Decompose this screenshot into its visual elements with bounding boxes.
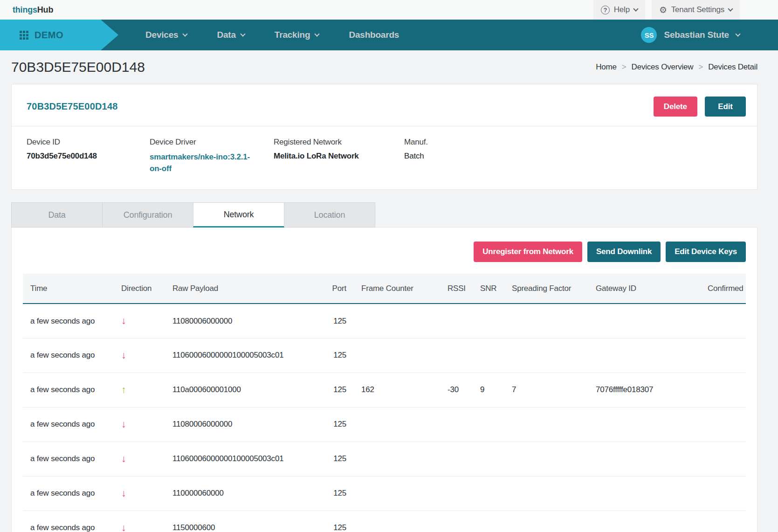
cell-spreading-factor (504, 407, 588, 442)
field-label: Registered Network (274, 138, 404, 147)
down-arrow-icon: ↓ (121, 315, 126, 326)
edit-device-keys-button[interactable]: Edit Device Keys (666, 242, 746, 262)
cell-frame-counter (354, 476, 440, 511)
cell-time: a few seconds ago (23, 338, 114, 373)
tab-network[interactable]: Network (193, 202, 284, 228)
chevron-down-icon (183, 31, 188, 36)
cell-raw-payload: 11080006000000 (165, 407, 314, 442)
table-row[interactable]: a few seconds ago↓1106000600000010000500… (23, 338, 746, 373)
cell-direction: ↑ (114, 373, 165, 407)
breadcrumb-separator: > (698, 62, 703, 72)
device-card-actions: Delete Edit (654, 97, 746, 117)
column-header-time: Time (23, 274, 114, 304)
cell-direction: ↓ (114, 476, 165, 511)
field-manuf: Manuf.Batch (404, 138, 746, 174)
cell-direction: ↓ (114, 304, 165, 338)
field-label: Device ID (27, 138, 150, 147)
cell-gateway-id (588, 476, 700, 511)
device-name: 70B3D5E75E00D148 (27, 101, 118, 112)
cell-spreading-factor: 7 (504, 373, 588, 407)
cell-rssi: -30 (440, 373, 473, 407)
cell-confirmed (700, 304, 746, 338)
table-row[interactable]: a few seconds ago↓11080006000000125 (23, 407, 746, 442)
cell-confirmed (700, 338, 746, 373)
tab-data[interactable]: Data (11, 202, 103, 228)
tab-configuration[interactable]: Configuration (102, 202, 193, 228)
nav-item-data[interactable]: Data (217, 30, 244, 40)
column-header-raw-payload: Raw Payload (165, 274, 314, 304)
table-row[interactable]: a few seconds ago↑110a000600001000125162… (23, 373, 746, 407)
column-header-gateway-id: Gateway ID (588, 274, 700, 304)
cell-rssi (440, 338, 473, 373)
cell-gateway-id: 7076fffffe018307 (588, 373, 700, 407)
edit-button[interactable]: Edit (705, 97, 746, 117)
avatar: SS (641, 27, 657, 43)
page-content: 70B3D5E75E00D148 Home>Devices Overview>D… (0, 50, 778, 532)
breadcrumb-item-devices-overview[interactable]: Devices Overview (632, 62, 694, 72)
nav-item-dashboards[interactable]: Dashboards (349, 30, 399, 40)
send-downlink-button[interactable]: Send Downlink (587, 242, 661, 262)
unregister-from-network-button[interactable]: Unregister from Network (474, 242, 582, 262)
table-row[interactable]: a few seconds ago↓1150000600125 (23, 511, 746, 532)
cell-snr (473, 511, 504, 532)
field-registered-network: Registered NetworkMelita.io LoRa Network (274, 138, 404, 174)
gear-icon: ⚙ (659, 6, 667, 14)
detail-tabs: DataConfigurationNetworkLocation (11, 202, 778, 228)
user-name: Sebastian Stute (664, 30, 729, 40)
cell-snr (473, 442, 504, 476)
nav-item-devices[interactable]: Devices (145, 30, 187, 40)
cell-confirmed (700, 373, 746, 407)
cell-rssi (440, 476, 473, 511)
table-row[interactable]: a few seconds ago↓110000060000125 (23, 476, 746, 511)
help-menu[interactable]: ? Help (593, 0, 645, 20)
field-value[interactable]: smartmakers/nke-ino:3.2.1-on-off (150, 152, 259, 174)
cell-frame-counter (354, 304, 440, 338)
nav-item-label: Devices (145, 30, 178, 40)
cell-snr (473, 476, 504, 511)
thingshub-logo[interactable]: thingsHub (13, 5, 53, 15)
column-header-rssi: RSSI (440, 274, 473, 304)
delete-button[interactable]: Delete (654, 97, 697, 117)
cell-gateway-id (588, 407, 700, 442)
cell-confirmed (700, 511, 746, 532)
device-card-header: 70B3D5E75E00D148 Delete Edit (12, 84, 757, 126)
network-panel: Unregister from NetworkSend DownlinkEdit… (11, 227, 757, 532)
down-arrow-icon: ↓ (121, 488, 126, 498)
tenant-switcher-demo[interactable]: DEMO (0, 20, 118, 50)
column-header-direction: Direction (114, 274, 165, 304)
cell-spreading-factor (504, 442, 588, 476)
cell-frame-counter (354, 511, 440, 532)
cell-gateway-id (588, 442, 700, 476)
nav-item-tracking[interactable]: Tracking (275, 30, 319, 40)
field-device-id: Device ID70b3d5e75e00d148 (27, 138, 150, 174)
cell-port: 125 (314, 373, 354, 407)
breadcrumb-item-home[interactable]: Home (596, 62, 617, 72)
nav-items: DevicesDataTrackingDashboards (145, 20, 399, 50)
cell-frame-counter (354, 338, 440, 373)
cell-raw-payload: 11060006000000100005003c01 (165, 442, 314, 476)
field-value: Melita.io LoRa Network (274, 152, 404, 161)
cell-raw-payload: 11060006000000100005003c01 (165, 338, 314, 373)
device-fields: Device ID70b3d5e75e00d148Device Driversm… (12, 126, 757, 189)
column-header-confirmed: Confirmed (700, 274, 746, 304)
field-value: Batch (404, 152, 746, 161)
cell-snr (473, 338, 504, 373)
cell-raw-payload: 110000060000 (165, 476, 314, 511)
logo-part-hub: Hub (37, 5, 53, 14)
table-header-row: TimeDirectionRaw PayloadPortFrame Counte… (23, 274, 746, 304)
nav-item-label: Dashboards (349, 30, 399, 40)
cell-raw-payload: 1150000600 (165, 511, 314, 532)
tenant-settings-menu[interactable]: ⚙ Tenant Settings (652, 0, 740, 20)
topbar-right: ? Help ⚙ Tenant Settings (593, 0, 778, 20)
cell-confirmed (700, 407, 746, 442)
table-row[interactable]: a few seconds ago↓1106000600000010000500… (23, 442, 746, 476)
cell-port: 125 (314, 442, 354, 476)
user-menu[interactable]: SS Sebastian Stute (641, 20, 778, 50)
tab-location[interactable]: Location (284, 202, 375, 228)
network-actions: Unregister from NetworkSend DownlinkEdit… (23, 242, 746, 262)
network-traffic-table: TimeDirectionRaw PayloadPortFrame Counte… (23, 274, 746, 532)
table-row[interactable]: a few seconds ago↓11080006000000125 (23, 304, 746, 338)
cell-time: a few seconds ago (23, 304, 114, 338)
breadcrumb-item-devices-detail: Devices Detail (708, 62, 757, 72)
up-arrow-icon: ↑ (121, 384, 126, 395)
